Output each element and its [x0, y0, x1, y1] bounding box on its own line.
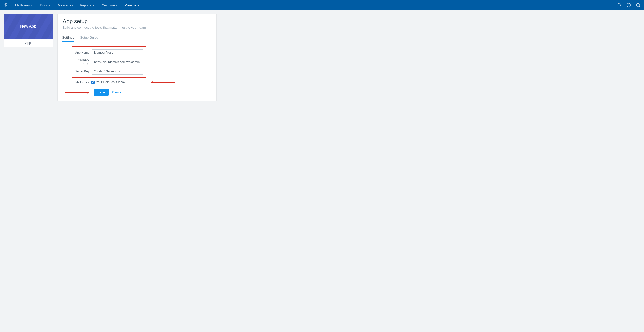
mailboxes-label: Mailboxes	[72, 80, 91, 84]
nav-reports[interactable]: Reports ▼	[77, 0, 97, 10]
nav-label: Manage	[125, 3, 137, 7]
callback-url-label: Callback URL	[72, 58, 92, 66]
nav-label: Mailboxes	[15, 3, 30, 7]
chevron-down-icon: ▼	[31, 4, 33, 7]
tab-label: Setup Guide	[80, 36, 98, 39]
callback-url-input[interactable]	[92, 59, 143, 65]
form-row-app-name: App Name	[72, 49, 143, 56]
form-row-callback-url: Callback URL	[72, 58, 143, 66]
chevron-down-icon: ▼	[138, 4, 140, 7]
app-name-label: App Name	[72, 51, 92, 54]
mailbox-checkbox[interactable]	[91, 81, 95, 84]
nav-right	[617, 3, 640, 7]
form-row-mailboxes: Mailboxes Your HelpScout Inbox	[72, 80, 155, 84]
page-title: App setup	[63, 18, 211, 25]
button-row: Save Cancel	[94, 89, 211, 96]
secret-key-input[interactable]	[92, 68, 143, 75]
secret-key-label: Secret Key	[72, 70, 92, 73]
sidebar-card: New App App	[4, 14, 53, 47]
nav-customers[interactable]: Customers	[99, 0, 121, 10]
helpscout-logo-icon[interactable]	[4, 2, 8, 8]
form-body: App Name Callback URL Secret Key Mailbox…	[58, 42, 216, 101]
chevron-down-icon: ▼	[92, 4, 95, 7]
svg-point-2	[636, 3, 639, 6]
tab-settings[interactable]: Settings	[62, 33, 74, 42]
nav-label: Docs	[40, 3, 48, 7]
content-area: New App App App setup Build and connect …	[0, 10, 644, 105]
search-icon[interactable]	[636, 3, 640, 7]
annotation-arrow-left-icon	[151, 82, 175, 83]
panel-header: App setup Build and connect the tools th…	[58, 14, 216, 33]
nav-messages[interactable]: Messages	[55, 0, 76, 10]
sidebar-title: New App	[20, 24, 36, 29]
nav-label: Messages	[58, 3, 73, 7]
sidebar-app-link[interactable]: App	[4, 39, 53, 47]
mailbox-checkbox-wrap: Your HelpScout Inbox	[91, 80, 125, 84]
nav-label: Reports	[80, 3, 91, 7]
svg-point-0	[627, 3, 631, 7]
app-name-input[interactable]	[92, 49, 143, 56]
nav-mailboxes[interactable]: Mailboxes ▼	[12, 0, 36, 10]
annotation-arrow-right-icon	[65, 92, 89, 93]
tab-label: Settings	[62, 36, 74, 39]
nav-docs[interactable]: Docs ▼	[37, 0, 54, 10]
main-panel: App setup Build and connect the tools th…	[57, 14, 217, 101]
tab-bar: Settings Setup Guide	[58, 33, 216, 42]
sidebar-card-header: New App	[4, 14, 53, 39]
nav-manage[interactable]: Manage ▼	[122, 0, 143, 10]
cancel-link[interactable]: Cancel	[112, 90, 122, 94]
chevron-down-icon: ▼	[49, 4, 51, 7]
nav-label: Customers	[102, 3, 118, 7]
save-button[interactable]: Save	[94, 89, 109, 96]
tab-setup-guide[interactable]: Setup Guide	[80, 33, 98, 42]
page-subtitle: Build and connect the tools that matter …	[63, 26, 211, 29]
notifications-icon[interactable]	[617, 3, 621, 7]
nav-left: Mailboxes ▼ Docs ▼ Messages Reports ▼ Cu…	[4, 0, 143, 10]
help-icon[interactable]	[626, 3, 631, 7]
svg-line-3	[639, 6, 640, 7]
annotation-highlight-box: App Name Callback URL Secret Key	[72, 46, 146, 78]
mailbox-option-label: Your HelpScout Inbox	[96, 80, 125, 84]
sidebar-link-label: App	[25, 41, 31, 45]
form-row-secret-key: Secret Key	[72, 68, 143, 75]
top-navigation: Mailboxes ▼ Docs ▼ Messages Reports ▼ Cu…	[0, 0, 644, 10]
